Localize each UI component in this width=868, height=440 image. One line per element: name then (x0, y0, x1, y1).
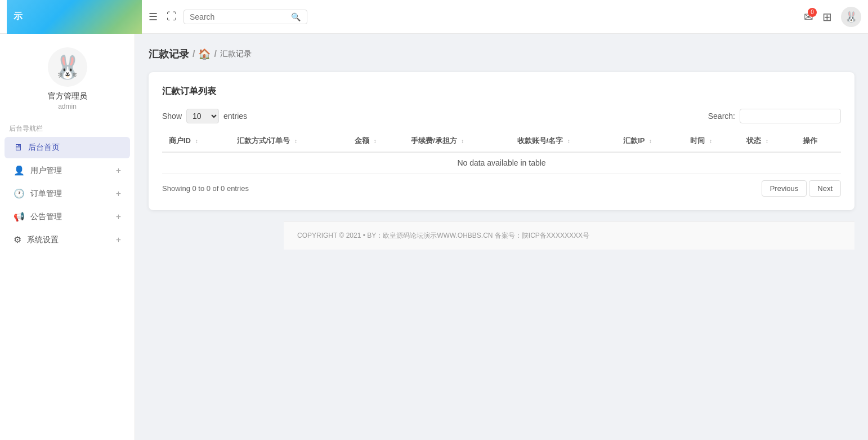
top-navbar: 示 ☰ ⛶ 🔍 ✉ 0 ⊞ 🐰 (0, 0, 868, 34)
col-amount-label: 金额 (355, 136, 369, 145)
nav-icons: ☰ ⛶ (146, 8, 179, 25)
sidebar-item-announcement[interactable]: 📢 公告管理 + (5, 206, 130, 228)
table-search-input[interactable] (740, 109, 841, 123)
nav-section-title: 后台导航栏 (0, 119, 135, 136)
user-avatar-button[interactable]: 🐰 (841, 7, 861, 27)
notification-badge: 0 (808, 8, 817, 17)
logo-area: 示 (7, 0, 142, 34)
table-search-control: Search: (708, 109, 841, 123)
home-icon[interactable]: 🏠 (198, 48, 211, 60)
sort-time-icon: ↕ (709, 138, 712, 144)
logo-text: 示 (14, 11, 23, 23)
apps-icon: ⊞ (822, 11, 832, 23)
breadcrumb-current: 汇款记录 (220, 49, 252, 59)
menu-icon: ☰ (149, 11, 158, 23)
sidebar-item-dashboard-label: 后台首页 (28, 143, 121, 153)
user-avatar-large: 🐰 (48, 47, 87, 87)
col-account-label: 收款账号/名字 (517, 136, 563, 145)
user-icon: 👤 (14, 165, 25, 176)
col-status[interactable]: 状态 ↕ (740, 130, 796, 152)
announcement-expand-icon: + (116, 212, 121, 222)
menu-toggle-button[interactable]: ☰ (146, 8, 160, 25)
entries-label: entries (223, 112, 247, 121)
fullscreen-button[interactable]: ⛶ (164, 8, 179, 25)
col-time[interactable]: 时间 ↕ (683, 130, 740, 152)
breadcrumb-sep-1: / (193, 49, 195, 59)
sort-ip-icon: ↕ (649, 138, 652, 144)
sidebar-item-order-label: 订单管理 (30, 189, 116, 199)
sidebar-item-settings[interactable]: ⚙ 系统设置 + (5, 229, 130, 251)
table-header-row: 商户ID ↕ 汇款方式/订单号 ↕ 金额 ↕ 手续费/承担方 ↕ (162, 130, 841, 152)
data-table: 商户ID ↕ 汇款方式/订单号 ↕ 金额 ↕ 手续费/承担方 ↕ (162, 130, 841, 174)
showing-text: Showing 0 to 0 of 0 entries (162, 184, 249, 193)
search-icon[interactable]: 🔍 (291, 12, 301, 21)
sidebar-item-settings-label: 系统设置 (27, 235, 116, 245)
sidebar-item-user[interactable]: 👤 用户管理 + (5, 159, 130, 181)
col-fee-label: 手续费/承担方 (411, 136, 457, 145)
apps-button[interactable]: ⊞ (822, 10, 832, 24)
user-role-label: admin (58, 103, 77, 110)
sort-fee-icon: ↕ (461, 138, 464, 144)
col-account[interactable]: 收款账号/名字 ↕ (511, 130, 617, 152)
card-title: 汇款订单列表 (162, 86, 841, 97)
sidebar-item-user-label: 用户管理 (30, 166, 116, 176)
sort-payment-method-icon: ↕ (294, 138, 297, 144)
order-icon: 🕐 (14, 188, 25, 199)
col-ip[interactable]: 汇款IP ↕ (616, 130, 683, 152)
main-card: 汇款订单列表 Show 10 25 50 100 entries Search: (149, 72, 854, 210)
avatar-icon: 🐰 (845, 11, 857, 23)
dashboard-icon: 🖥 (14, 143, 23, 153)
show-label: Show (162, 112, 182, 121)
sidebar: 🐰 官方管理员 admin 后台导航栏 🖥 后台首页 👤 用户管理 + 🕐 订单… (0, 34, 135, 440)
search-input[interactable] (190, 12, 291, 21)
col-time-label: 时间 (690, 136, 705, 145)
col-payment-method-label: 汇款方式/订单号 (237, 136, 290, 145)
pagination-buttons: Previous Next (762, 180, 841, 197)
pagination-area: Showing 0 to 0 of 0 entries Previous Nex… (162, 174, 841, 197)
settings-icon: ⚙ (14, 234, 21, 245)
no-data-cell: No data available in table (162, 152, 841, 174)
footer-text: COPYRIGHT © 2021 • BY：欧皇源码论坛演示WWW.OHBBS.… (297, 232, 589, 239)
col-amount[interactable]: 金额 ↕ (348, 130, 404, 152)
table-search-label: Search: (708, 112, 735, 121)
sidebar-item-order[interactable]: 🕐 订单管理 + (5, 183, 130, 205)
search-box: 🔍 (184, 10, 307, 24)
table-controls: Show 10 25 50 100 entries Search: (162, 109, 841, 123)
fullscreen-icon: ⛶ (167, 11, 177, 22)
notification-button[interactable]: ✉ 0 (804, 10, 813, 24)
col-payment-method[interactable]: 汇款方式/订单号 ↕ (230, 130, 348, 152)
sidebar-item-dashboard[interactable]: 🖥 后台首页 (5, 137, 130, 158)
breadcrumb-sep-2: / (214, 49, 216, 59)
main-content: 汇款记录 / 🏠 / 汇款记录 汇款订单列表 Show 10 25 50 100… (135, 34, 868, 440)
user-profile: 🐰 官方管理员 admin (0, 34, 135, 119)
order-expand-icon: + (116, 189, 121, 199)
col-action-label: 操作 (803, 136, 817, 145)
user-expand-icon: + (116, 166, 121, 176)
show-entries-control: Show 10 25 50 100 entries (162, 109, 247, 123)
announcement-icon: 📢 (14, 211, 25, 222)
page-title: 汇款记录 (149, 47, 189, 61)
username-label: 官方管理员 (48, 91, 87, 101)
avatar-rabbit-icon: 🐰 (53, 54, 82, 81)
sidebar-item-announcement-label: 公告管理 (30, 212, 116, 222)
footer: COPYRIGHT © 2021 • BY：欧皇源码论坛演示WWW.OHBBS.… (284, 221, 854, 250)
col-ip-label: 汇款IP (623, 136, 645, 145)
col-action: 操作 (796, 130, 841, 152)
nav-right: ✉ 0 ⊞ 🐰 (804, 7, 861, 27)
no-data-row: No data available in table (162, 152, 841, 174)
col-fee[interactable]: 手续费/承担方 ↕ (404, 130, 511, 152)
settings-expand-icon: + (116, 235, 121, 245)
sort-merchant-id-icon: ↕ (195, 138, 198, 144)
breadcrumb: 汇款记录 / 🏠 / 汇款记录 (149, 47, 854, 61)
col-merchant-id-label: 商户ID (169, 136, 191, 145)
next-button[interactable]: Next (809, 180, 841, 197)
sort-account-icon: ↕ (567, 138, 570, 144)
previous-button[interactable]: Previous (762, 180, 807, 197)
col-status-label: 状态 (746, 136, 761, 145)
show-entries-select[interactable]: 10 25 50 100 (186, 109, 219, 123)
col-merchant-id[interactable]: 商户ID ↕ (162, 130, 230, 152)
sort-amount-icon: ↕ (374, 138, 377, 144)
sort-status-icon: ↕ (766, 138, 768, 144)
